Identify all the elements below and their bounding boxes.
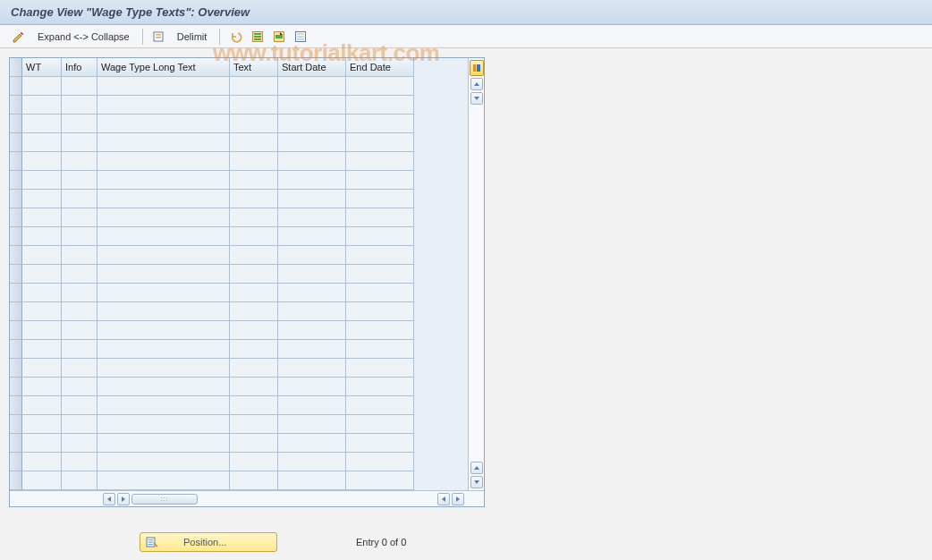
cell-enddate[interactable] [346, 340, 414, 359]
cell-startdate[interactable] [278, 190, 346, 208]
cell-startdate[interactable] [278, 396, 346, 415]
cell-info[interactable] [62, 453, 97, 471]
cell-text[interactable] [230, 171, 278, 190]
cell-enddate[interactable] [346, 378, 414, 396]
cell-wt[interactable] [22, 453, 62, 471]
cell-info[interactable] [62, 378, 97, 396]
cell-startdate[interactable] [278, 246, 346, 265]
cell-startdate[interactable] [278, 227, 346, 246]
cell-text[interactable] [230, 302, 278, 321]
cell-enddate[interactable] [346, 284, 414, 302]
cell-longtext[interactable] [97, 152, 230, 171]
cell-info[interactable] [62, 77, 97, 96]
cell-text[interactable] [230, 434, 278, 453]
cell-text[interactable] [230, 453, 278, 471]
cell-info[interactable] [62, 133, 97, 152]
row-selector[interactable] [10, 133, 22, 152]
cell-text[interactable] [230, 96, 278, 115]
row-selector[interactable] [10, 434, 22, 453]
cell-enddate[interactable] [346, 246, 414, 265]
cell-longtext[interactable] [97, 133, 230, 152]
cell-enddate[interactable] [346, 77, 414, 96]
table-row[interactable] [10, 96, 468, 115]
cell-text[interactable] [230, 265, 278, 284]
cell-wt[interactable] [22, 171, 62, 190]
cell-wt[interactable] [22, 115, 62, 133]
cell-startdate[interactable] [278, 302, 346, 321]
table-row[interactable] [10, 359, 468, 378]
table-row[interactable] [10, 434, 468, 453]
cell-info[interactable] [62, 434, 97, 453]
cell-text[interactable] [230, 208, 278, 227]
cell-startdate[interactable] [278, 115, 346, 133]
row-selector[interactable] [10, 359, 22, 378]
deselect-all-button[interactable] [292, 28, 309, 46]
cell-startdate[interactable] [278, 434, 346, 453]
table-row[interactable] [10, 321, 468, 340]
cell-longtext[interactable] [97, 208, 230, 227]
cell-enddate[interactable] [346, 453, 414, 471]
table-row[interactable] [10, 190, 468, 208]
cell-wt[interactable] [22, 471, 62, 490]
cell-longtext[interactable] [97, 246, 230, 265]
cell-wt[interactable] [22, 378, 62, 396]
scroll-down-button[interactable] [470, 92, 483, 105]
cell-longtext[interactable] [97, 227, 230, 246]
cell-startdate[interactable] [278, 152, 346, 171]
row-selector[interactable] [10, 171, 22, 190]
cell-enddate[interactable] [346, 415, 414, 434]
cell-wt[interactable] [22, 190, 62, 208]
col-header-info[interactable]: Info [62, 58, 97, 77]
cell-text[interactable] [230, 471, 278, 490]
table-row[interactable] [10, 133, 468, 152]
delimit-button[interactable]: Delimit [172, 28, 213, 46]
cell-longtext[interactable] [97, 115, 230, 133]
cell-startdate[interactable] [278, 208, 346, 227]
col-header-longtext[interactable]: Wage Type Long Text [97, 58, 230, 77]
cell-text[interactable] [230, 227, 278, 246]
cell-text[interactable] [230, 152, 278, 171]
scroll-left-button[interactable] [103, 493, 115, 505]
cell-wt[interactable] [22, 340, 62, 359]
cell-enddate[interactable] [346, 227, 414, 246]
cell-info[interactable] [62, 190, 97, 208]
row-selector[interactable] [10, 208, 22, 227]
table-settings-button[interactable] [470, 60, 484, 76]
cell-longtext[interactable] [97, 359, 230, 378]
cell-wt[interactable] [22, 359, 62, 378]
table-row[interactable] [10, 284, 468, 302]
vertical-scrollbar[interactable] [468, 58, 484, 490]
cell-info[interactable] [62, 208, 97, 227]
cell-text[interactable] [230, 415, 278, 434]
cell-longtext[interactable] [97, 302, 230, 321]
cell-longtext[interactable] [97, 321, 230, 340]
cell-enddate[interactable] [346, 396, 414, 415]
cell-longtext[interactable] [97, 415, 230, 434]
cell-info[interactable] [62, 415, 97, 434]
cell-longtext[interactable] [97, 190, 230, 208]
scroll-up-button-bottom[interactable] [470, 462, 483, 474]
col-header-wt[interactable]: WT [22, 58, 62, 77]
scroll-right-button-end[interactable] [452, 493, 464, 505]
cell-longtext[interactable] [97, 453, 230, 471]
select-all-button[interactable] [249, 28, 267, 46]
cell-info[interactable] [62, 396, 97, 415]
cell-info[interactable] [62, 152, 97, 171]
table-row[interactable] [10, 340, 468, 359]
cell-enddate[interactable] [346, 434, 414, 453]
cell-startdate[interactable] [278, 265, 346, 284]
table-row[interactable] [10, 115, 468, 133]
cell-longtext[interactable] [97, 77, 230, 96]
cell-startdate[interactable] [278, 96, 346, 115]
cell-text[interactable] [230, 246, 278, 265]
cell-enddate[interactable] [346, 359, 414, 378]
cell-text[interactable] [230, 115, 278, 133]
row-selector[interactable] [10, 227, 22, 246]
cell-info[interactable] [62, 227, 97, 246]
cell-text[interactable] [230, 359, 278, 378]
cell-text[interactable] [230, 340, 278, 359]
cell-startdate[interactable] [278, 453, 346, 471]
cell-info[interactable] [62, 321, 97, 340]
cell-wt[interactable] [22, 77, 62, 96]
cell-info[interactable] [62, 246, 97, 265]
